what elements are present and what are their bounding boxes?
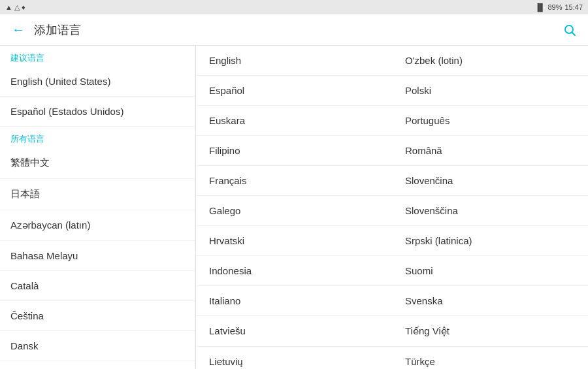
list-item[interactable]: Català [0,271,195,301]
list-item[interactable]: Tiếng Việt [392,316,588,347]
list-item[interactable]: Galego [196,196,392,226]
battery-level: 89% [547,3,562,11]
list-item[interactable]: O'zbek (lotin) [392,46,588,76]
list-item[interactable]: Français [196,166,392,196]
list-item[interactable]: Indonesia [196,256,392,286]
right-panel: English O'zbek (lotin) Español Polski Eu… [196,46,588,369]
list-item[interactable]: Polski [392,76,588,106]
content-area: 建议语言 English (United States) Español (Es… [0,46,588,369]
status-right: ▐▌ 89% 15:47 [535,3,583,11]
list-item[interactable]: Svenska [392,286,588,316]
all-languages-label: 所有语言 [0,127,195,148]
header: ← 添加语言 [0,14,588,46]
suggested-languages-label: 建议语言 [0,46,195,67]
list-item[interactable]: Latviešu [196,316,392,347]
signal-icon: ▐▌ [535,3,546,11]
list-item[interactable]: Azərbaycan (latın) [0,210,195,241]
list-item[interactable]: Dansk [0,331,195,361]
list-item[interactable]: 繁體中文 [0,148,195,179]
list-item[interactable]: Suomi [392,256,588,286]
list-item[interactable]: Español (Estados Unidos) [0,97,195,127]
back-button[interactable]: ← [8,20,29,40]
page-title: 添加语言 [34,22,559,38]
list-item[interactable]: Srpski (latinica) [392,226,588,256]
list-item[interactable]: Slovenčina [392,166,588,196]
list-item[interactable]: Türkçe [392,347,588,369]
svg-line-1 [572,32,576,35]
list-item[interactable]: 日本語 [0,179,195,210]
list-item[interactable]: Čeština [0,301,195,331]
list-item[interactable]: Deutsch [0,361,195,369]
status-left: ▲ △ ♦ [5,3,25,12]
search-button[interactable] [559,20,580,40]
language-grid: English O'zbek (lotin) Español Polski Eu… [196,46,588,369]
status-bar: ▲ △ ♦ ▐▌ 89% 15:47 [0,0,588,14]
list-item[interactable]: Bahasa Melayu [0,241,195,271]
list-item[interactable]: Slovenščina [392,196,588,226]
search-icon [563,24,576,37]
list-item[interactable]: Italiano [196,286,392,316]
list-item[interactable]: Español [196,76,392,106]
status-icons: ▲ △ ♦ [5,3,25,12]
list-item[interactable]: Filipino [196,136,392,166]
list-item[interactable]: English [196,46,392,76]
list-item[interactable]: Euskara [196,106,392,136]
list-item[interactable]: English (United States) [0,67,195,97]
list-item[interactable]: Română [392,136,588,166]
list-item[interactable]: Lietuvių [196,347,392,369]
left-panel: 建议语言 English (United States) Español (Es… [0,46,196,369]
list-item[interactable]: Português [392,106,588,136]
back-icon: ← [12,22,25,37]
list-item[interactable]: Hrvatski [196,226,392,256]
time-display: 15:47 [564,3,583,11]
